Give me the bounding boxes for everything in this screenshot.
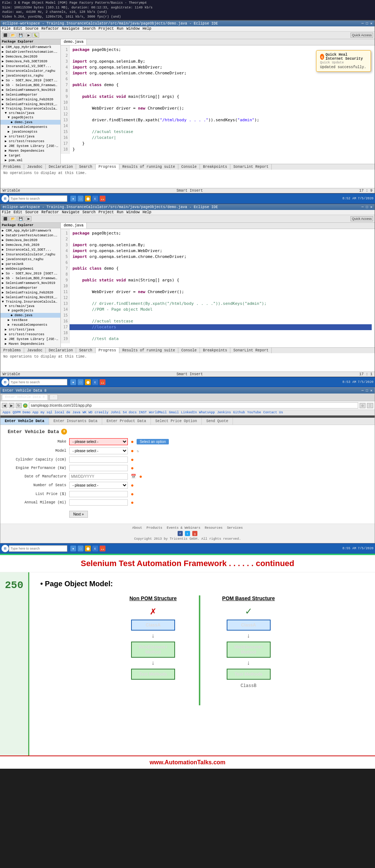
tree2-src-test[interactable]: ▶ src/test/java xyxy=(0,327,60,332)
select-option-button[interactable]: Select an option xyxy=(137,439,169,444)
toolbar-save-btn-2[interactable]: 💾 xyxy=(17,216,24,221)
bookmark-wkwd[interactable]: WK WD xyxy=(82,411,92,414)
menu-navigate-1[interactable]: Navigate xyxy=(62,27,79,31)
input-cylinder[interactable] xyxy=(69,457,128,463)
tree-training-ins[interactable]: ▼ Training.InsuranceCalculator xyxy=(0,107,60,111)
menu-search-1[interactable]: Search xyxy=(82,27,96,31)
menu-source-2[interactable]: Source xyxy=(25,210,38,214)
taskbar-cortana-icon[interactable]: ● xyxy=(70,196,76,202)
tb3-eclipse[interactable]: E xyxy=(92,546,98,551)
menu-edit-2[interactable]: Edit xyxy=(14,210,22,214)
toolbar-run-btn[interactable]: ▶ xyxy=(26,33,31,38)
bookmark-54docs[interactable]: 54 docs xyxy=(123,411,137,414)
menu-search-2[interactable]: Search xyxy=(82,210,96,214)
footer-products[interactable]: Products xyxy=(146,526,162,530)
tab-problems-1[interactable]: Problems xyxy=(0,164,24,170)
browser-tab-new[interactable]: + xyxy=(49,394,58,400)
code-editor-1[interactable]: demo.java 123456789101112131415161718 pa… xyxy=(61,39,375,164)
tree2-selenium-rep[interactable]: ▶ SeleniumReporter xyxy=(0,285,60,290)
tab-breakpoints-2[interactable]: Breakpoints xyxy=(200,348,230,353)
quick-access-btn-2[interactable]: Quick Access xyxy=(350,216,373,221)
editor-tab-demo-2[interactable]: demo.java xyxy=(61,223,87,229)
bookmark-worldmail[interactable]: WorldMail xyxy=(149,411,167,414)
tab-javadoc-2[interactable]: Javadoc xyxy=(24,348,46,353)
tb2-eclipse[interactable]: E xyxy=(92,379,98,385)
tb3-cortana[interactable]: ● xyxy=(70,546,76,551)
tree-selenium-bdd[interactable]: ▶ Sb - Selenium_BDD_Framework xyxy=(0,83,60,88)
tree-demojava-feb[interactable]: ▶ DemoJava_Feb_SOET2020 xyxy=(0,59,60,64)
eclipse-menubar-2[interactable]: File Edit Source Refactor Navigate Searc… xyxy=(0,210,375,215)
tb2-cortana[interactable]: ● xyxy=(70,379,76,385)
tab-sonar-2[interactable]: SonarLint Report xyxy=(230,348,272,353)
tb2-task[interactable]: □ xyxy=(78,379,83,385)
tree2-training-ins[interactable]: ▼ Training.InsuranceCalculator xyxy=(0,300,60,304)
window-controls-2[interactable]: ─ □ ✕ xyxy=(361,205,372,209)
tab-javadoc-1[interactable]: Javadoc xyxy=(24,164,46,170)
taskbar-search-3[interactable] xyxy=(9,545,67,552)
footer-about[interactable]: About xyxy=(132,526,142,530)
bookmark-contact[interactable]: Contact Us xyxy=(263,411,283,414)
tree2-webdesign[interactable]: ▶ WebDesignDemo1 xyxy=(0,266,60,271)
bookmark-youtube[interactable]: YouTube xyxy=(247,411,261,414)
browser-controls[interactable]: ─ □ ✕ xyxy=(361,388,372,393)
tab-search-1[interactable]: Search xyxy=(76,164,96,170)
footer-services[interactable]: Services xyxy=(227,526,243,530)
menu-run-2[interactable]: Run xyxy=(117,210,123,214)
menu-edit-1[interactable]: Edit xyxy=(14,27,22,31)
tree-selenium-nov-maven[interactable]: ▶ SeleniumTraining_Nov2019_maven xyxy=(0,102,60,107)
code-content-2[interactable]: package pageObjects; import org.openqa.s… xyxy=(70,229,375,343)
tree2-jre-lib[interactable]: ▶ JRE System Library [JSE-1.5] xyxy=(0,337,60,341)
tab-results-1[interactable]: Results of running suite xyxy=(119,164,178,170)
social-twitter[interactable]: t xyxy=(185,531,190,536)
toolbar-debug-btn[interactable]: 🐛 xyxy=(32,33,39,38)
tree2-page-objects[interactable]: ▼ pageObjects xyxy=(0,309,60,313)
taskbar-firefox-icon[interactable]: 🦊 xyxy=(100,196,105,202)
tab-problems-2[interactable]: Problems xyxy=(0,348,24,353)
menu-project-2[interactable]: Project xyxy=(99,210,114,214)
menu-project-1[interactable]: Project xyxy=(99,27,114,31)
quick-access-btn[interactable]: Quick Access xyxy=(350,33,373,38)
menu-help-1[interactable]: Help xyxy=(142,27,151,31)
tree2-java-concepts[interactable]: ▶ javaConceptss_raghu xyxy=(0,257,60,262)
bookmark-jenkins[interactable]: Jenkins xyxy=(217,411,231,414)
browser-fwd-btn[interactable]: ▶ xyxy=(9,403,14,408)
tab-progress-2[interactable]: Progress xyxy=(96,348,119,353)
browser-star-btn[interactable]: ☆ xyxy=(360,403,365,408)
bookmark-creelly[interactable]: creelly xyxy=(94,411,108,414)
tree2-demojava-dec[interactable]: ▶ DemoJava_Dec2020 xyxy=(0,238,60,243)
tree2-demojava-feb[interactable]: ▶ DemoJava_Feb_2020 xyxy=(0,243,60,247)
footer-events[interactable]: Events & Webinars xyxy=(167,526,200,530)
menu-navigate-2[interactable]: Navigate xyxy=(62,210,79,214)
input-model[interactable]: - please select - xyxy=(69,447,128,454)
tab-sonar-1[interactable]: SonarLint Report xyxy=(230,164,272,170)
browser-tab-active[interactable]: Enter Vehicle Data 8 xyxy=(2,394,48,400)
step-product[interactable]: Enter Product Data xyxy=(102,418,151,425)
tree2-insurance-calc-raghu[interactable]: ▶ InsuranceCalculator_raghu xyxy=(0,252,60,257)
tree2-soet-nov[interactable]: ▶ So - SOET_Nov_2019 [SOET...] xyxy=(0,271,60,276)
tree2-testbase[interactable]: ▶ testBase xyxy=(0,318,60,322)
tree2-reusable[interactable]: ▶ reusableComponents xyxy=(0,322,60,327)
tab-search-2[interactable]: Search xyxy=(76,348,96,353)
tree-src-test-res[interactable]: ▶ src/test/resources xyxy=(0,139,60,144)
input-date[interactable] xyxy=(69,473,128,480)
tree-insurance-calc-raghu[interactable]: ▶ InsuranceCalculator_raghu xyxy=(0,69,60,73)
tree-src-main[interactable]: ▼ src/main/java xyxy=(0,111,60,115)
social-facebook[interactable]: f xyxy=(178,531,183,536)
tab-results-2[interactable]: Results of running suite xyxy=(119,348,178,353)
toolbar-save-btn[interactable]: 💾 xyxy=(17,33,24,38)
tree-demo-java-1[interactable]: ◆ demo.java xyxy=(0,120,60,125)
tree-maven-dep[interactable]: ▶ Maven Dependencies xyxy=(0,148,60,153)
code-area-2[interactable]: 12345678910111213141516171819 package pa… xyxy=(61,229,375,343)
start-button-3[interactable]: ⊞ xyxy=(1,545,9,552)
bookmark-mysql[interactable]: my sql local de xyxy=(41,411,70,414)
tree-reusable[interactable]: ▶ reusableComponents xyxy=(0,125,60,129)
toolbar-open-btn[interactable]: 📂 xyxy=(10,33,16,38)
menu-refactor-2[interactable]: Refactor xyxy=(41,210,59,214)
tree-soet-nov[interactable]: ▶ So - SOET_Nov_2019 [SOET...] xyxy=(0,78,60,83)
bookmark-inst[interactable]: INST xyxy=(139,411,147,414)
tree-datadrive[interactable]: ▶ DataDrivenTestAutomation... xyxy=(0,49,60,54)
start-button-1[interactable]: ⊞ xyxy=(1,195,9,202)
tree2-datadrive[interactable]: ▶ DataDrivenTestAutomation... xyxy=(0,233,60,238)
taskbar-search-1[interactable] xyxy=(9,195,67,202)
editor-tab-demo-1[interactable]: demo.java xyxy=(61,39,87,45)
